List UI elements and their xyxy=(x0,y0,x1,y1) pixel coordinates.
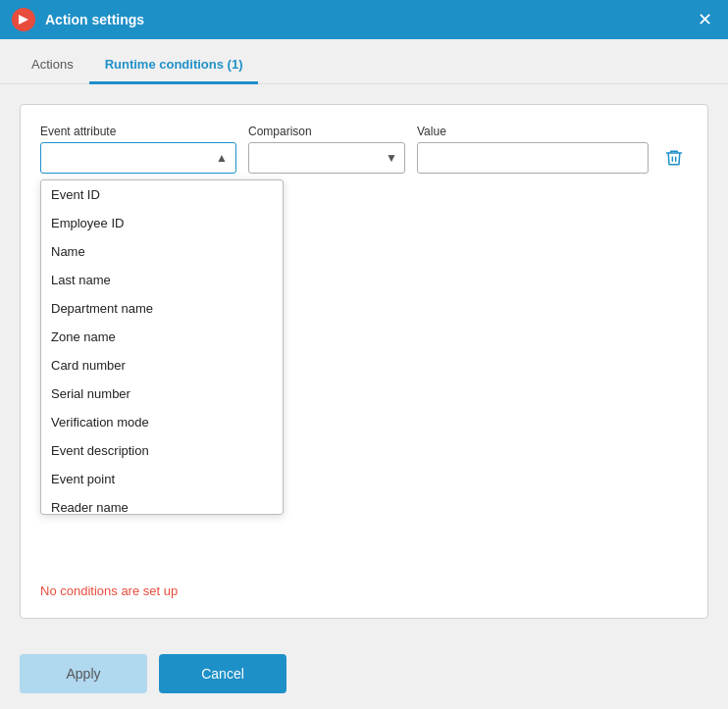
dropdown-item[interactable]: Zone name xyxy=(41,323,283,351)
conditions-box: Event attribute ▲ Event ID Employee ID N… xyxy=(20,104,708,619)
svg-marker-0 xyxy=(19,15,28,25)
dropdown-item[interactable]: Serial number xyxy=(41,380,283,408)
event-attribute-group: Event attribute ▲ Event ID Employee ID N… xyxy=(40,125,236,174)
dropdown-item[interactable]: Department name xyxy=(41,294,283,323)
dropdown-scroll[interactable]: Event ID Employee ID Name Last name Depa… xyxy=(41,180,283,514)
tab-actions[interactable]: Actions xyxy=(16,47,89,84)
close-button[interactable]: ✕ xyxy=(694,7,716,32)
dropdown-item[interactable]: Event point xyxy=(41,465,283,493)
event-attribute-label: Event attribute xyxy=(40,125,236,138)
dropdown-item[interactable]: Event description xyxy=(41,436,283,465)
no-conditions-message: No conditions are set up xyxy=(40,564,688,598)
dropdown-item[interactable]: Reader name xyxy=(41,493,283,514)
apply-button[interactable]: Apply xyxy=(20,654,147,693)
dialog-title: Action settings xyxy=(45,12,694,27)
value-group: Value xyxy=(417,125,649,174)
tab-runtime-conditions[interactable]: Runtime conditions (1) xyxy=(89,47,259,84)
fields-row: Event attribute ▲ Event ID Employee ID N… xyxy=(40,125,688,175)
dropdown-item-card-number[interactable]: Card number xyxy=(41,351,283,380)
footer: Apply Cancel xyxy=(0,638,728,709)
cancel-button[interactable]: Cancel xyxy=(159,654,286,693)
dropdown-item[interactable]: Event ID xyxy=(41,180,283,209)
action-settings-dialog: Action settings ✕ Actions Runtime condit… xyxy=(0,0,728,709)
tabs-bar: Actions Runtime conditions (1) xyxy=(0,39,728,84)
event-attribute-dropdown: Event ID Employee ID Name Last name Depa… xyxy=(40,179,284,515)
value-label: Value xyxy=(417,125,649,138)
event-attribute-select[interactable]: ▲ xyxy=(40,142,236,174)
dropdown-item[interactable]: Verification mode xyxy=(41,408,283,436)
comparison-select[interactable]: equals not equals contains starts with e… xyxy=(248,142,405,174)
dropdown-item[interactable]: Name xyxy=(41,237,283,266)
delete-condition-button[interactable] xyxy=(660,144,688,175)
dropdown-item[interactable]: Employee ID xyxy=(41,209,283,237)
comparison-select-wrapper: equals not equals contains starts with e… xyxy=(248,142,405,174)
chevron-up-icon: ▲ xyxy=(216,151,228,165)
comparison-group: Comparison equals not equals contains st… xyxy=(248,125,405,174)
content-area: Event attribute ▲ Event ID Employee ID N… xyxy=(0,84,728,638)
title-bar: Action settings ✕ xyxy=(0,0,728,39)
comparison-label: Comparison xyxy=(248,125,405,138)
app-icon xyxy=(12,8,35,31)
value-input[interactable] xyxy=(417,142,649,174)
dropdown-item[interactable]: Last name xyxy=(41,266,283,294)
